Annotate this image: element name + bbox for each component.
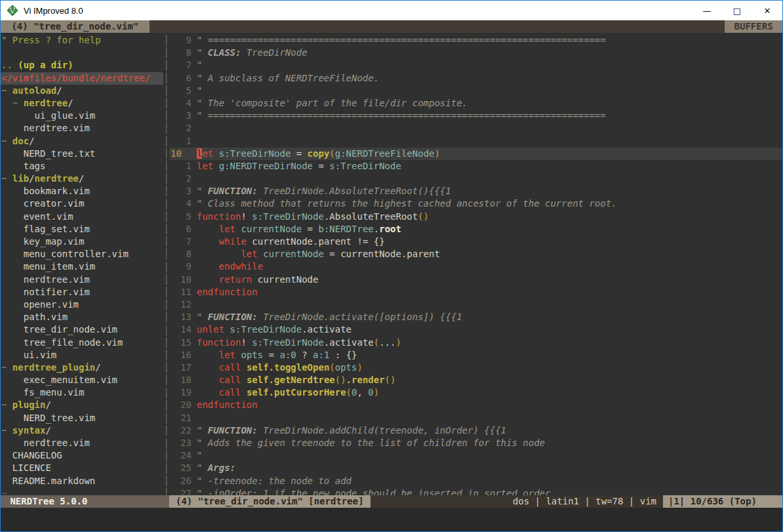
code-line[interactable]: 1let g:NERDTreeDirNode = s:TreeDirNode [169,160,782,173]
tree-item[interactable]: ~ lib/nerdtree/ [1,173,163,185]
code-line[interactable]: 16 let opts = a:0 ? a:1 : {} [169,349,782,361]
code-line-current[interactable]: 10let s:TreeDirNode = copy(g:NERDTreeFil… [169,148,782,160]
tree-item[interactable]: creator.vim [1,197,163,210]
code-line[interactable]: 5" [169,85,782,97]
code-text: call self.getNerdtree().render() [191,374,395,386]
tree-item[interactable]: notifier.vim [1,286,163,298]
tree-item[interactable]: exec_menuitem.vim [1,374,163,386]
tree-item[interactable]: opener.vim [1,298,163,311]
code-line[interactable]: 7 while currentNode.parent != {} [169,235,782,248]
code-line[interactable]: 12 [169,298,782,311]
tree-item[interactable]: ~ [1,487,163,495]
tree-item[interactable] [1,47,163,59]
tree-item[interactable]: ~ doc/ [1,135,163,148]
tree-item[interactable]: nerdtree.vim [1,437,163,449]
line-number: 14 [169,323,191,336]
close-button[interactable]: ✕ [752,1,782,20]
code-line[interactable]: 2 [169,122,782,134]
code-text [191,122,202,134]
tree-item[interactable]: .. (up a dir) [1,59,163,72]
code-line[interactable]: 2 [169,173,782,185]
code-line[interactable]: 4" The 'composite' part of the file/dir … [169,97,782,110]
tab-current-buffer[interactable]: (4) "tree_dir_node.vim" [1,20,150,33]
vim-window: Vi IMproved 8.0 — □ ✕ (4) "tree_dir_node… [0,0,783,532]
line-number: 9 [169,260,191,273]
tree-item[interactable]: NERD_tree.txt [1,148,163,160]
tree-item[interactable]: key_map.vim [1,235,163,248]
code-line[interactable]: 4" Class method that returns the highest… [169,197,782,210]
code-line[interactable]: 25" Args: [169,462,782,474]
tree-item[interactable]: path.vim [1,311,163,323]
code-text: " FUNCTION: TreeDirNode.addChild(treenod… [191,424,506,437]
line-number: 8 [169,47,191,59]
code-line[interactable]: 15function! s:TreeDirNode.activate(...) [169,337,782,349]
code-line[interactable]: 8" CLASS: TreeDirNode [169,47,782,59]
code-line[interactable]: 18 call self.getNerdtree().render() [169,374,782,386]
code-line[interactable]: 6" A subclass of NERDTreeFileNode. [169,72,782,85]
buffers-label[interactable]: BUFFERS [725,20,782,33]
tree-item[interactable]: tree_file_node.vim [1,337,163,349]
tree-item[interactable]: ~ nerdtree_plugin/ [1,361,163,374]
code-line[interactable]: 26" -treenode: the node to add [169,475,782,487]
code-line[interactable]: 21 [169,412,782,424]
code-line[interactable]: 17 call self.toggleOpen(opts) [169,361,782,374]
code-line[interactable]: 8 let currentNode = currentNode.parent [169,248,782,260]
tree-item[interactable]: ui_glue.vim [1,110,163,122]
code-line[interactable]: 20endfunction [169,399,782,411]
code-line[interactable]: 13" FUNCTION: TreeDirNode.activate([opti… [169,311,782,323]
code-line[interactable]: 11endfunction [169,286,782,298]
code-line[interactable]: 24" [169,449,782,462]
code-text: let currentNode = currentNode.parent [191,248,440,260]
tree-item[interactable]: bookmark.vim [1,185,163,197]
tree-item[interactable]: ui.vim [1,349,163,361]
code-line[interactable]: 19 call self.putCursorHere(0, 0) [169,386,782,399]
tree-item[interactable]: fs_menu.vim [1,386,163,399]
tree-item[interactable]: " Press ? for help [1,34,163,47]
tree-item[interactable]: README.markdown [1,475,163,487]
tree-item[interactable]: CHANGELOG [1,449,163,462]
nerdtree-panel[interactable]: " Press ? for help .. (up a dir)</vimfil… [1,33,163,495]
code-line[interactable]: 7" [169,59,782,72]
code-line[interactable]: 22" FUNCTION: TreeDirNode.addChild(treen… [169,424,782,437]
line-number: 1 [169,160,191,173]
tree-item[interactable]: NERD_tree.vim [1,412,163,424]
line-number: 6 [169,72,191,85]
line-number: 1 [169,135,191,148]
window-separator[interactable]: │ │ │ │ │ │ │ │ │ │ │ │ │ │ │ │ │ │ │ │ … [163,33,169,495]
line-number: 21 [169,412,191,424]
minimize-button[interactable]: — [692,1,722,20]
code-text: " -treenode: the node to add [191,475,351,487]
tree-item[interactable]: menu_item.vim [1,260,163,273]
tree-item[interactable]: menu_controller.vim [1,248,163,260]
code-line[interactable]: 9" =====================================… [169,34,782,47]
tree-item[interactable]: flag_set.vim [1,223,163,235]
code-panel[interactable]: 9" =====================================… [169,33,782,495]
command-line[interactable] [1,508,782,531]
tree-item[interactable]: LICENCE [1,462,163,474]
tree-item[interactable]: nerdtree.vim [1,274,163,286]
code-text: " FUNCTION: TreeDirNode.activate([option… [191,311,462,323]
tree-item[interactable]: ~ syntax/ [1,424,163,437]
code-line[interactable]: 6 let currentNode = b:NERDTree.root [169,223,782,235]
code-line[interactable]: 27" -inOrder: 1 if the new node should b… [169,487,782,495]
tree-item[interactable]: ~ plugin/ [1,399,163,411]
tree-item[interactable]: ~ autoload/ [1,85,163,97]
code-line[interactable]: 5function! s:TreeDirNode.AbsoluteTreeRoo… [169,211,782,223]
code-line[interactable]: 1 [169,135,782,148]
tree-item[interactable]: nerdtree.vim [1,122,163,134]
tree-item[interactable]: tags [1,160,163,173]
tree-item[interactable]: tree_dir_node.vim [1,323,163,336]
code-line[interactable]: 14unlet s:TreeDirNode.activate [169,323,782,336]
code-text: let currentNode = b:NERDTree.root [191,223,401,235]
tree-item[interactable]: ~ nerdtree/ [1,97,163,110]
code-line[interactable]: 23" Adds the given treenode to the list … [169,437,782,449]
code-line[interactable]: 3" FUNCTION: TreeDirNode.AbsoluteTreeRoo… [169,185,782,197]
line-number: 25 [169,462,191,474]
tree-root-item[interactable]: </vimfiles/bundle/nerdtree/ [1,72,163,85]
maximize-button[interactable]: □ [722,1,752,20]
code-line[interactable]: 3" =====================================… [169,110,782,122]
code-line[interactable]: 9 endwhile [169,260,782,273]
code-line[interactable]: 10 return currentNode [169,274,782,286]
vim-app-icon [7,5,18,16]
tree-item[interactable]: event.vim [1,211,163,223]
